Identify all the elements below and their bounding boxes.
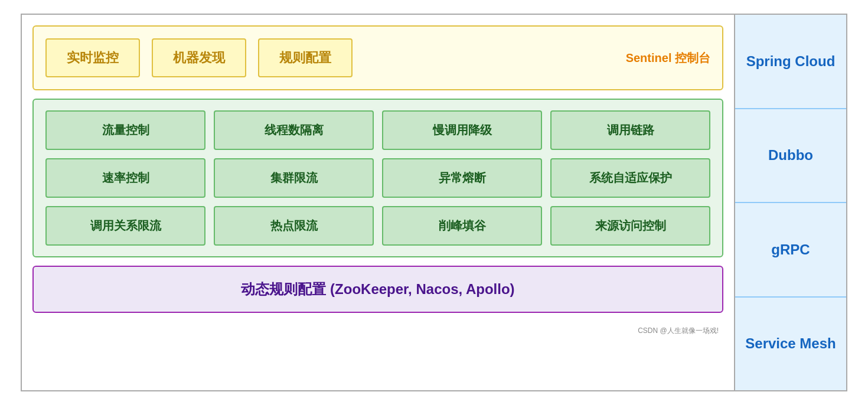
feature-peak-clipping: 削峰填谷 bbox=[382, 206, 542, 246]
sidebar-item-dubbo: Dubbo bbox=[735, 109, 846, 204]
feature-access-control: 来源访问控制 bbox=[550, 206, 710, 246]
main-area: 实时监控 机器发现 规则配置 Sentinel 控制台 流量控制 线程数隔离 慢… bbox=[21, 14, 735, 391]
feature-cluster-limit: 集群限流 bbox=[214, 158, 374, 198]
sentinel-items: 实时监控 机器发现 规则配置 bbox=[45, 38, 614, 77]
main-container: 实时监控 机器发现 规则配置 Sentinel 控制台 流量控制 线程数隔离 慢… bbox=[21, 14, 847, 391]
sentinel-box-rules: 规则配置 bbox=[258, 38, 353, 77]
feature-circuit-break: 异常熔断 bbox=[382, 158, 542, 198]
feature-rate-control: 速率控制 bbox=[45, 158, 205, 198]
feature-flow-control: 流量控制 bbox=[45, 110, 205, 150]
sidebar-item-service-mesh: Service Mesh bbox=[735, 298, 846, 391]
feature-slow-degradation: 慢调用降级 bbox=[382, 110, 542, 150]
sentinel-panel: 实时监控 机器发现 规则配置 Sentinel 控制台 bbox=[32, 25, 723, 90]
footer-label: CSDN @人生就像一场戏! bbox=[32, 324, 723, 337]
sentinel-box-discovery: 机器发现 bbox=[152, 38, 246, 77]
sentinel-box-monitor: 实时监控 bbox=[45, 38, 140, 77]
sentinel-box2-label: 机器发现 bbox=[173, 49, 225, 67]
sentinel-title: Sentinel 控制台 bbox=[626, 50, 710, 66]
sidebar-item-spring-cloud: Spring Cloud bbox=[735, 15, 846, 109]
feature-relation-limit: 调用关系限流 bbox=[45, 206, 205, 246]
feature-call-chain: 调用链路 bbox=[550, 110, 710, 150]
feature-thread-isolation: 线程数隔离 bbox=[214, 110, 374, 150]
sentinel-box3-label: 规则配置 bbox=[279, 49, 331, 67]
sidebar: Spring Cloud Dubbo gRPC Service Mesh bbox=[735, 14, 847, 391]
dynamic-panel: 动态规则配置 (ZooKeeper, Nacos, Apollo) bbox=[32, 266, 723, 313]
sentinel-box1-label: 实时监控 bbox=[67, 49, 119, 67]
feature-hotspot-limit: 热点限流 bbox=[214, 206, 374, 246]
dynamic-text: 动态规则配置 (ZooKeeper, Nacos, Apollo) bbox=[241, 280, 514, 299]
features-panel: 流量控制 线程数隔离 慢调用降级 调用链路 速率控制 集群限流 异常熔断 系统自… bbox=[32, 99, 723, 257]
feature-system-adaptive: 系统自适应保护 bbox=[550, 158, 710, 198]
sidebar-item-grpc: gRPC bbox=[735, 203, 846, 298]
